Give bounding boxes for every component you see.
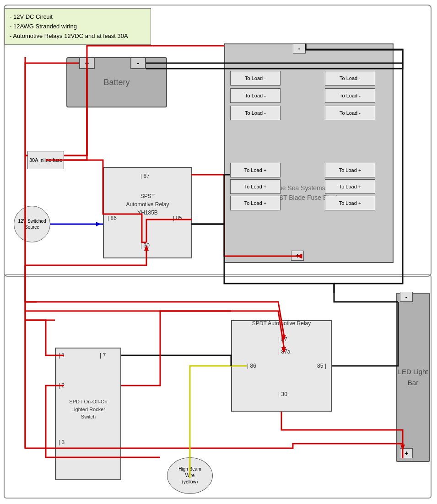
load-pos-r1: To Load + <box>325 163 375 177</box>
inline-fuse-label: 30A Inline fuse <box>29 157 62 163</box>
note-line-2: - 12AWG Stranded wiring <box>10 22 146 32</box>
spdt-relay <box>231 320 332 412</box>
fuse-block-bot-plus: + <box>291 251 304 261</box>
rocker-pin-3: | 3 <box>59 439 65 445</box>
battery-plus-terminal: + <box>79 57 95 69</box>
load-neg-r1: To Load - <box>325 71 375 86</box>
load-neg-r3: To Load - <box>325 106 375 120</box>
canvas: - 12V DC Circuit - 12AWG Stranded wiring… <box>0 0 437 504</box>
relay-pin-87: | 87 <box>140 173 150 179</box>
switched-source: 12V Switched Source <box>14 206 50 242</box>
relay-pin-86: | 86 <box>108 215 117 221</box>
fuse-block-top-minus: - <box>293 43 306 54</box>
rocker-pin-2: | 2 <box>59 382 65 389</box>
relay-upper-label: SPSTAutomotive RelayYH185B <box>108 192 188 217</box>
relay-pin-30: | 30 <box>140 242 150 249</box>
load-pos-r3: To Load + <box>325 196 375 210</box>
load-pos-l2: To Load + <box>230 179 281 194</box>
spdt-pin-87: | 87 <box>278 336 287 343</box>
rocker-switch-label: SPDT On-Off-OnLighted RockerSwitch <box>59 398 118 421</box>
load-neg-l2: To Load - <box>230 88 281 103</box>
spdt-relay-label: SPDT Automotive Relay <box>233 320 329 327</box>
load-neg-l3: To Load - <box>230 106 281 120</box>
load-pos-l1: To Load + <box>230 163 281 177</box>
battery-label: Battery <box>103 78 129 87</box>
notes-box: - 12V DC Circuit - 12AWG Stranded wiring… <box>5 8 151 45</box>
note-line-1: - 12V DC Circuit <box>10 12 146 22</box>
led-bar: LED Light Bar <box>396 293 430 462</box>
spdt-pin-87a: | 87a <box>278 349 290 355</box>
led-bar-label: LED Light Bar <box>397 366 429 388</box>
spdt-pin-86: | 86 <box>247 363 256 369</box>
led-minus-terminal: - <box>400 292 413 302</box>
load-neg-r2: To Load - <box>325 88 375 103</box>
load-pos-l3: To Load + <box>230 196 281 210</box>
inline-fuse: 30A Inline fuse <box>27 151 64 169</box>
battery-minus-terminal: - <box>130 57 146 69</box>
led-plus-terminal: + <box>400 448 413 458</box>
load-pos-r2: To Load + <box>325 179 375 194</box>
note-line-3: - Automotive Relays 12VDC and at least 3… <box>10 32 146 41</box>
spdt-pin-85: 85 | <box>317 363 326 369</box>
rocker-pin-1: | 1 <box>59 352 65 359</box>
switched-source-label: 12V Switched Source <box>14 218 50 230</box>
relay-pin-85: | 85 <box>173 215 182 221</box>
high-beam-wire: High BeamWire(yellow) <box>167 457 213 494</box>
rocker-pin-7: | 7 <box>100 352 106 359</box>
spdt-pin-30: | 30 <box>278 391 287 397</box>
load-neg-l1: To Load - <box>230 71 281 86</box>
